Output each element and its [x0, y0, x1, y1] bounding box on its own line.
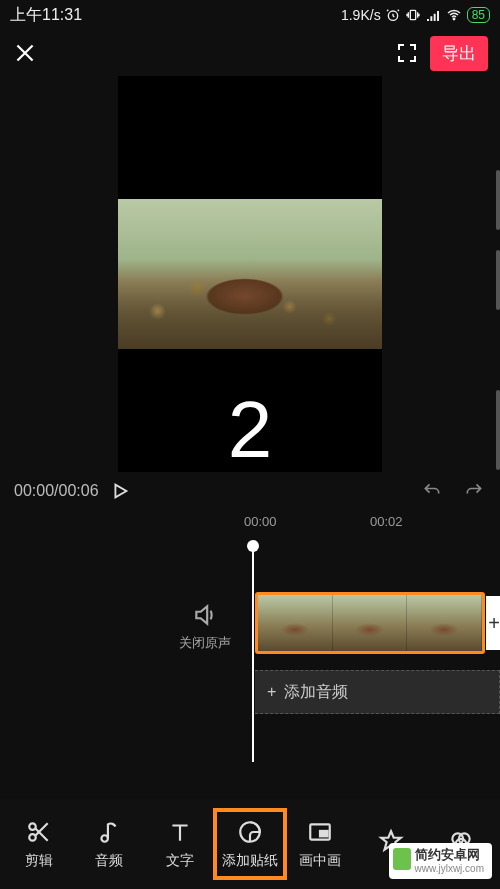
preview-frame — [118, 199, 382, 349]
volume-down-button — [496, 250, 500, 310]
playback-bar: 00:00/00:06 — [0, 472, 500, 510]
timeline[interactable]: 关闭原声 + + 添加音频 — [0, 542, 500, 762]
mute-label: 关闭原声 — [175, 634, 235, 652]
export-label: 导出 — [442, 44, 476, 63]
wifi-icon — [445, 7, 463, 23]
clip-thumb — [333, 595, 408, 651]
music-note-icon — [96, 818, 122, 846]
speaker-icon — [192, 602, 218, 628]
power-button — [496, 390, 500, 470]
tool-edit[interactable]: 剪辑 — [4, 810, 74, 878]
status-time: 上午11:31 — [10, 5, 82, 26]
tool-label: 文字 — [166, 852, 194, 870]
alarm-icon — [385, 7, 401, 23]
tool-audio[interactable]: 音频 — [74, 810, 144, 878]
add-audio-track[interactable]: + 添加音频 — [255, 670, 500, 714]
sticker-icon — [237, 818, 263, 846]
add-audio-label: 添加音频 — [284, 682, 348, 703]
svg-point-2 — [453, 18, 455, 20]
device-side-buttons — [480, 170, 500, 570]
video-preview[interactable]: 2 — [118, 76, 382, 472]
ruler-tick: 00:02 — [370, 514, 403, 529]
playhead[interactable] — [252, 542, 254, 762]
add-clip-button[interactable]: + — [486, 596, 500, 650]
clip-thumb — [407, 595, 482, 651]
battery-indicator: 85 — [467, 7, 490, 23]
svg-rect-8 — [320, 831, 328, 836]
tool-sticker[interactable]: 添加贴纸 — [215, 810, 285, 878]
svg-rect-1 — [410, 10, 415, 19]
tool-pip[interactable]: 画中画 — [285, 810, 355, 878]
timecode: 00:00/00:06 — [14, 482, 99, 500]
close-button[interactable] — [12, 40, 38, 66]
status-net-speed: 1.9K/s — [341, 7, 381, 23]
signal-icon — [425, 7, 441, 23]
undo-button[interactable] — [420, 481, 444, 501]
tool-label: 画中画 — [299, 852, 341, 870]
tool-label: 剪辑 — [25, 852, 53, 870]
tool-text[interactable]: 文字 — [145, 810, 215, 878]
video-clip[interactable] — [255, 592, 485, 654]
scissors-icon — [26, 818, 52, 846]
countdown-number: 2 — [228, 390, 273, 470]
play-button[interactable] — [109, 480, 410, 502]
mute-original-sound[interactable]: 关闭原声 — [175, 602, 235, 652]
top-bar: 导出 — [0, 30, 500, 76]
watermark: 简约安卓网 www.jylxwj.com — [389, 843, 492, 879]
status-bar: 上午11:31 1.9K/s 85 — [0, 0, 500, 30]
pip-icon — [307, 818, 333, 846]
tool-label: 添加贴纸 — [222, 852, 278, 870]
fullscreen-icon[interactable] — [394, 40, 420, 66]
watermark-title: 简约安卓网 — [415, 848, 484, 863]
vibrate-icon — [405, 7, 421, 23]
tool-label: 音频 — [95, 852, 123, 870]
timeline-ruler[interactable]: 00:00 00:02 — [0, 510, 500, 538]
plus-icon: + — [267, 683, 276, 701]
clip-thumb — [258, 595, 333, 651]
text-icon — [167, 818, 193, 846]
watermark-url: www.jylxwj.com — [415, 863, 484, 875]
ruler-tick: 00:00 — [244, 514, 277, 529]
battery-value: 85 — [472, 8, 485, 22]
volume-up-button — [496, 170, 500, 230]
export-button[interactable]: 导出 — [430, 36, 488, 71]
